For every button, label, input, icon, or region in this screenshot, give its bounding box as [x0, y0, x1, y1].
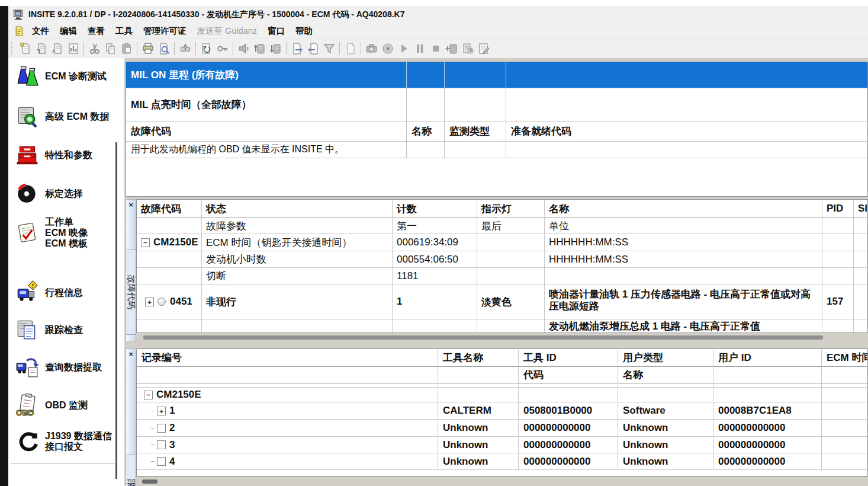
obd-header-cell: 名称 — [407, 122, 445, 142]
sidebar-label: 查询数据提取 — [45, 362, 102, 373]
menu-view[interactable]: 查看 — [82, 24, 110, 38]
close-icon[interactable]: × — [126, 350, 136, 359]
announce-icon[interactable] — [236, 41, 252, 56]
collapse-toggle-icon[interactable]: − — [144, 391, 153, 399]
insite-window: INSITE 9.2.0.81 / DP - I-20240806-141450… — [8, 6, 868, 486]
trace-row[interactable]: 2 Unknown 000000000000 Unknown 000000000… — [137, 420, 867, 437]
obd-monitor-icon: OBD — [13, 392, 41, 419]
tab-fault-codes[interactable]: 故障代码 — [126, 250, 136, 335]
fault-lamp-icon — [157, 298, 166, 306]
sidebar-separator — [11, 463, 115, 464]
obd-row[interactable]: MIL 点亮时间（全部故障） — [126, 88, 867, 122]
report-icon[interactable] — [65, 41, 81, 56]
expand-toggle-icon[interactable]: + — [145, 298, 154, 306]
tab-audit-trail[interactable]: 跟踪检查 — [126, 455, 136, 486]
expand-toggle-icon[interactable] — [157, 424, 166, 433]
collapse-toggle-icon[interactable]: − — [141, 238, 150, 247]
print-icon[interactable] — [140, 41, 156, 56]
refresh-icon[interactable] — [198, 41, 214, 56]
sidebar-item-trip-information[interactable]: 行程信息 — [13, 279, 122, 306]
stop-icon[interactable] — [427, 41, 443, 56]
sidebar-item-work-orders[interactable]: 工作单 ECM 映像 ECM 模板 — [13, 217, 122, 249]
find-icon[interactable] — [177, 41, 193, 56]
diagnostic-tests-icon — [13, 63, 41, 90]
new-document-icon[interactable] — [342, 41, 358, 56]
workorder-send-icon[interactable] — [49, 41, 65, 56]
fault-row[interactable]: 切断 1181 — [137, 268, 867, 284]
trace-row[interactable]: 3 Unknown 000000000000 Unknown 000000000… — [137, 437, 867, 453]
menu-edit[interactable]: 编辑 — [54, 24, 82, 38]
upload-device-icon[interactable] — [252, 41, 268, 56]
menu-manage-license[interactable]: 管理许可证 — [138, 24, 192, 38]
import-icon[interactable] — [305, 41, 321, 56]
expand-toggle-icon[interactable] — [157, 440, 166, 449]
features-parameters-icon — [13, 142, 41, 169]
obd-cell — [407, 88, 445, 122]
fault-row-0451[interactable]: +0451 非现行 1 淡黄色 喷油器计量油轨 1 压力传感器电路 - 电压高于… — [137, 284, 867, 319]
title-bar: INSITE 9.2.0.81 / DP - I-20240806-141450… — [8, 6, 868, 24]
sidebar-item-data-extraction[interactable]: 查询数据提取 — [13, 354, 122, 381]
menu-send-to-guidanz: 发送至 Guidanz — [192, 24, 263, 38]
tree-connector — [150, 428, 155, 429]
expand-toggle-icon[interactable] — [157, 457, 166, 466]
toolbar-separator — [233, 42, 233, 55]
cut-icon[interactable] — [86, 41, 102, 56]
menu-window[interactable]: 窗口 — [262, 24, 290, 38]
export-icon[interactable] — [289, 41, 305, 56]
trace-spacer-row — [137, 383, 867, 388]
fault-row[interactable]: −CM2150E ECM 时间（钥匙开关接通时间） 000619:34:09 H… — [137, 234, 867, 251]
menu-tools[interactable]: 工具 — [110, 24, 138, 38]
sidebar-scrollbar[interactable] — [115, 142, 117, 479]
fault-header-row: 故障代码 状态 计数 指示灯 名称 PID SI — [137, 200, 867, 218]
expand-toggle-icon[interactable]: + — [157, 407, 166, 415]
play-icon[interactable] — [396, 41, 412, 56]
obd-cell: MIL 点亮时间（全部故障） — [126, 88, 407, 122]
trace-subheader-row: 代码 名称 — [137, 367, 867, 383]
menu-file[interactable]: 文件 — [27, 24, 54, 38]
calibration-selection-icon — [13, 180, 41, 207]
fault-hscrollbar[interactable] — [143, 335, 823, 340]
obd-row-selected[interactable]: MIL ON 里程 (所有故障) — [126, 62, 867, 88]
snapshot-icon[interactable] — [364, 41, 380, 56]
obd-header-cell: 故障代码 — [126, 122, 407, 142]
sidebar-item-calibration-selection[interactable]: 标定选择 — [13, 180, 122, 207]
obd-cell — [445, 142, 506, 158]
fault-row[interactable]: 发动机小时数 000554:06:50 HHHHHH:MM:SS — [137, 251, 867, 268]
toolbar-grip[interactable] — [11, 42, 15, 55]
sidebar-label: ECM 诊断测试 — [45, 71, 107, 82]
sidebar-item-audit-trail[interactable]: 跟踪检查 — [13, 316, 122, 344]
connect-icon[interactable] — [214, 41, 230, 56]
fault-row-partial[interactable]: 发动机燃油泵增压总成 1 电路 - 电压高于正常值 — [137, 319, 867, 333]
pause-icon[interactable] — [412, 41, 427, 56]
trace-row-group[interactable]: −CM2150E — [137, 388, 867, 402]
device-add-icon[interactable] — [443, 41, 459, 56]
menu-help[interactable]: 帮助 — [290, 24, 318, 38]
sidebar-item-j1939-datalink[interactable]: J1939 数据通信 接口报文 — [13, 428, 122, 455]
print-preview-icon[interactable] — [156, 41, 172, 56]
sidebar-item-advanced-ecm-data[interactable]: 高级 ECM 数据 — [13, 103, 122, 130]
fault-subheader-row: 故障参数 第一 最后 单位 — [137, 218, 867, 234]
sidebar-label: 行程信息 — [45, 287, 83, 298]
sidebar-label: 高级 ECM 数据 — [45, 111, 109, 122]
work-orders-icon — [13, 219, 41, 247]
copy-icon[interactable] — [102, 41, 118, 56]
schedule-icon[interactable] — [459, 41, 475, 56]
workorder-new-icon[interactable] — [17, 41, 33, 56]
sidebar-item-features-parameters[interactable]: 特性和参数 — [13, 142, 122, 169]
edit-log-icon[interactable] — [475, 41, 491, 56]
trace-row[interactable]: 4 Unknown 000000000000 Unknown 000000000… — [137, 453, 867, 470]
sidebar-item-ecm-diagnostic-tests[interactable]: ECM 诊断测试 — [13, 63, 122, 90]
mil-time-label: MIL 点亮时间（全部故障） — [131, 98, 252, 111]
close-icon[interactable]: × — [126, 200, 136, 209]
screen-left-black-strip — [0, 6, 8, 486]
sidebar-label: OBD 监测 — [45, 400, 88, 411]
trace-row[interactable]: +1 CALTERM 0508001B0000 Software 00008B7… — [137, 402, 867, 420]
paste-icon[interactable] — [118, 41, 134, 56]
tree-connector — [150, 461, 155, 462]
workorder-open-icon[interactable] — [33, 41, 49, 56]
download-device-icon[interactable] — [268, 41, 284, 56]
filter-icon[interactable] — [321, 41, 337, 56]
trace-hscrollbar[interactable] — [142, 479, 157, 484]
sidebar-item-obd-monitor[interactable]: OBD OBD 监测 — [13, 392, 122, 419]
playback-icon[interactable] — [380, 41, 396, 56]
